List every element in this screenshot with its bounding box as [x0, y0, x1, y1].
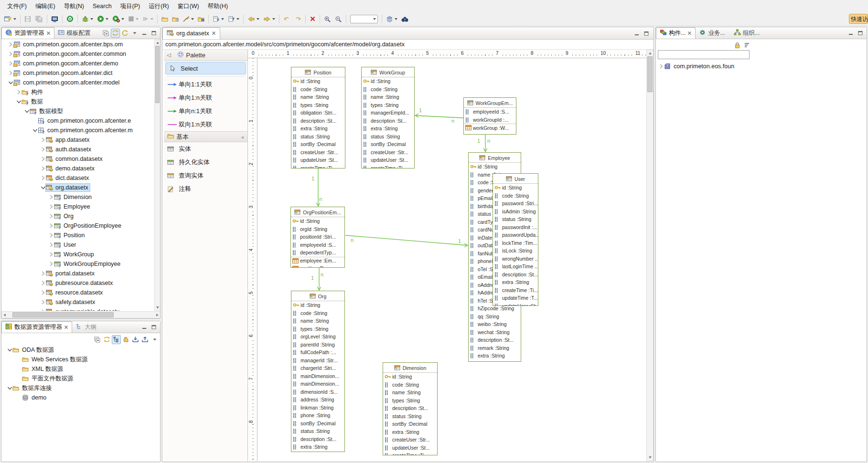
expander-icon[interactable] [7, 80, 13, 85]
entity-box-Position[interactable]: Positionid :Stringcode :Stringname :Stri… [291, 67, 345, 168]
components-filter-input[interactable] [658, 50, 750, 59]
tab-business[interactable]: 业务... [696, 27, 730, 39]
tree-item[interactable]: portal.datasetx [1, 269, 154, 278]
entity-field[interactable]: passwordInit :... [493, 223, 538, 232]
tree-item[interactable]: ?WorkGroupEmployee [1, 259, 154, 269]
entity-title[interactable]: Org [291, 291, 344, 301]
entity-field[interactable]: chargerId :Stri... [291, 364, 344, 372]
close-icon[interactable] [64, 324, 68, 331]
entity-field[interactable]: workGroupId :... [464, 116, 516, 124]
tree-item[interactable]: ?构件 [1, 87, 154, 97]
entity-title[interactable]: OrgPositionEm... [291, 207, 344, 217]
tool-query-entity[interactable]: 查询实体 [164, 169, 247, 182]
entity-field[interactable]: managerId :Str... [291, 357, 344, 365]
open-resource-button[interactable] [171, 14, 180, 24]
entity-field[interactable]: parentId :String [291, 341, 344, 349]
menu-item-6[interactable]: 窗口(W) [173, 1, 204, 12]
entity-field[interactable]: name :String [291, 93, 345, 101]
layers-button[interactable] [385, 14, 399, 24]
tree-item[interactable]: ?OrgPositionEmployee [1, 221, 154, 231]
tree-item[interactable]: org.datasetx [1, 183, 154, 192]
tree-item[interactable]: app.datasetx [1, 135, 154, 145]
entity-field[interactable]: createUser :Str... [362, 148, 414, 157]
entity-field[interactable]: status :String [291, 133, 345, 141]
entity-field[interactable]: id :String [291, 77, 345, 85]
tree-item[interactable]: ?数据模型 [1, 106, 154, 116]
entity-field[interactable]: name :String [291, 317, 344, 325]
entity-field[interactable]: description :St... [493, 271, 538, 279]
entity-field[interactable]: orgId :String [291, 225, 344, 233]
entity-field[interactable]: description :St... [291, 117, 345, 125]
tool-persistent-entity[interactable]: 持久化实体 [164, 156, 247, 169]
new-wizard-button[interactable] [2, 14, 18, 24]
entity-field[interactable]: code :String [362, 85, 414, 94]
entity-box-OrgPositionEm[interactable]: OrgPositionEm...id :StringorgId :Stringp… [290, 207, 345, 268]
tree-item[interactable]: resource.datasetx [1, 288, 154, 297]
entity-field[interactable]: description :St... [383, 404, 437, 412]
entity-field[interactable]: id :String [493, 184, 538, 192]
quick-access-box[interactable]: 快速访问 [849, 14, 868, 24]
entity-field[interactable]: sortBy :Decimal [383, 420, 437, 428]
entity-box-User[interactable]: Userid :Stringcode :Stringpassword :Stri… [493, 173, 538, 306]
tree-item[interactable]: com.primeton.gocom.afcenter.dict [1, 68, 154, 78]
tool-entity[interactable]: 实体 [164, 142, 247, 156]
entity-field[interactable]: wechat :String [469, 328, 521, 337]
tab-resource-explorer[interactable]: 资源管理器 [1, 27, 54, 39]
zoom-in-button[interactable] [322, 14, 332, 24]
expander-icon[interactable] [6, 385, 12, 391]
tool-one-way-1-1[interactable]: 单向1:1关联 [164, 78, 247, 91]
entity-field[interactable]: types :String [383, 397, 437, 405]
editor-tab-org-datasetx[interactable]: org.datasetx [162, 27, 220, 39]
hand-button[interactable] [121, 335, 130, 344]
entity-field[interactable]: extra :String [362, 125, 414, 133]
entity-field[interactable]: code :String [383, 381, 437, 389]
expander-icon[interactable] [48, 252, 54, 257]
entity-field[interactable]: lockTime :Tim... [493, 239, 538, 247]
entity-field[interactable]: description :St... [469, 336, 521, 344]
entity-field[interactable]: dimensionId :S... [291, 388, 344, 396]
entity-field[interactable]: workGroup :W... [464, 124, 516, 132]
entity-field[interactable]: fullCodePath :... [291, 348, 344, 357]
expander-icon[interactable] [48, 223, 54, 229]
entity-field[interactable]: createTime :Ti... [383, 452, 437, 455]
debug-button[interactable] [80, 14, 95, 24]
expander-icon[interactable] [7, 51, 13, 57]
minimize-button[interactable] [139, 323, 149, 332]
tree-item[interactable]: ?Dimension [1, 192, 154, 202]
tree-item[interactable]: ODA 数据源 [1, 345, 161, 355]
expander-icon[interactable] [40, 299, 46, 305]
entity-field[interactable]: extra :String [383, 428, 437, 436]
tree-item[interactable]: common.datasetx [1, 154, 154, 164]
tree-item[interactable]: 平面文件数据源 [1, 374, 161, 383]
minimize-button[interactable] [632, 29, 641, 38]
entity-field[interactable]: address :String [291, 396, 344, 404]
entity-title[interactable]: WorkGroup [362, 67, 414, 77]
entity-field[interactable]: mainDimension... [291, 372, 344, 380]
expander-icon[interactable] [658, 63, 664, 69]
entity-field[interactable]: name :String [383, 389, 437, 397]
expander-icon[interactable] [48, 232, 54, 238]
remove-button[interactable] [308, 14, 317, 23]
view-menu-button[interactable] [130, 29, 139, 38]
tab-organization[interactable]: 组织... [730, 27, 765, 39]
expander-icon[interactable] [40, 156, 46, 162]
tree-item[interactable]: Web Services 数据源 [1, 355, 161, 364]
run-last-button[interactable] [111, 14, 126, 24]
explorer-horizontal-scrollbar[interactable] [1, 311, 161, 318]
expander-icon[interactable] [15, 89, 21, 95]
stop-button[interactable] [127, 14, 140, 23]
collapse-all-button[interactable] [101, 29, 110, 38]
expander-icon[interactable] [48, 261, 54, 267]
open-artifact-button[interactable] [160, 14, 170, 24]
entity-field[interactable]: createTime :Ti... [362, 164, 414, 169]
close-icon[interactable] [212, 30, 216, 37]
forward-button[interactable] [262, 15, 277, 23]
expander-icon[interactable] [40, 309, 46, 311]
expander-icon[interactable] [15, 99, 21, 105]
entity-field[interactable]: types :String [291, 101, 345, 109]
entity-field[interactable]: mainDimension... [291, 380, 344, 388]
entity-field[interactable]: updateUser :St... [362, 156, 414, 164]
entity-field[interactable]: employee :Em... [291, 257, 344, 265]
entity-field[interactable]: status :String [291, 427, 344, 435]
expander-icon[interactable] [40, 280, 46, 286]
